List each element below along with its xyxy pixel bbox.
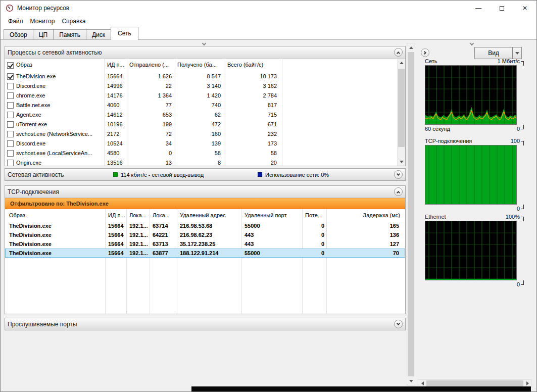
column-header-local-addr[interactable]: Лока... — [129, 209, 149, 222]
scale-bracket — [521, 217, 524, 221]
expand-ports-button[interactable] — [394, 320, 403, 328]
scroll-left-button[interactable] — [418, 380, 426, 387]
tab-overview[interactable]: Обзор — [4, 29, 33, 40]
column-header-sent[interactable]: Отправлено (... — [129, 59, 174, 71]
cell-pid: 15664 — [108, 239, 125, 249]
scroll-thumb[interactable] — [426, 380, 523, 387]
table-row[interactable]: TheDivision.exe156641 6268 54710 173 — [5, 72, 397, 81]
main-vertical-scrollbar[interactable] — [407, 43, 415, 385]
column-header-image[interactable]: Образ — [16, 59, 102, 71]
column-header-received[interactable]: Получено (ба... — [177, 59, 223, 71]
select-all-checkbox[interactable] — [7, 62, 14, 69]
column-header-image[interactable]: Образ — [9, 209, 103, 222]
cell-total: 3 162 — [226, 81, 277, 91]
column-header-total[interactable]: Всего (байт/с) — [227, 59, 281, 71]
expand-activity-button[interactable] — [394, 170, 403, 179]
table-row[interactable]: TheDivision.exe15664192.1...64221216.98.… — [5, 230, 405, 239]
chart-title: Ethernet — [425, 214, 506, 220]
cell-remote_port: 443 — [245, 230, 298, 239]
tabbar: Обзор ЦП Память Диск Сеть — [1, 27, 536, 40]
window-title: Монитор ресурсов — [17, 5, 69, 12]
chart-footer: 60 секунд — [425, 126, 517, 132]
tab-network[interactable]: Сеть — [111, 27, 138, 40]
column-header-pid[interactable]: ИД п... — [108, 209, 125, 222]
scroll-up-button[interactable] — [398, 59, 405, 67]
scroll-thumb[interactable] — [408, 52, 414, 376]
splitter-grip-icon[interactable] — [202, 41, 206, 45]
row-checkbox[interactable] — [7, 83, 14, 89]
table-row[interactable]: Battle.net.exe406077740817 — [5, 101, 397, 110]
row-checkbox[interactable] — [7, 102, 14, 109]
chevron-up-icon — [397, 190, 400, 194]
table-row[interactable]: uTorrent.exe10196199472671 — [5, 120, 397, 129]
table-row[interactable]: chrome.exe141761 3641 4202 784 — [5, 91, 397, 101]
cell-total: 232 — [226, 129, 277, 139]
cell-sent: 22 — [129, 81, 172, 91]
minimize-button[interactable]: — — [467, 1, 490, 16]
cell-sent: 1 364 — [129, 91, 172, 101]
table-row[interactable]: TheDivision.exe15664192.1...63714216.98.… — [5, 221, 405, 230]
scale-bracket — [521, 280, 524, 285]
scroll-down-button[interactable] — [407, 377, 415, 385]
table-row[interactable]: TheDivision.exe15664192.1...63877188.122… — [5, 249, 405, 258]
network-activity-header[interactable]: Сетевая активность 114 кбит/с - сетевой … — [5, 169, 405, 180]
cell-pid: 15664 — [108, 249, 125, 258]
tcp-panel-header[interactable]: TCP-подключения — [5, 186, 405, 198]
tab-cpu[interactable]: ЦП — [33, 29, 54, 40]
column-header-local-port[interactable]: Лока... — [153, 209, 175, 222]
tcp-chart-canvas — [425, 145, 516, 204]
scroll-thumb[interactable] — [398, 69, 405, 147]
table-row[interactable]: Agent.exe1461265362715 — [5, 110, 397, 120]
chart-footer-row: 60 секунд 0 — [425, 125, 524, 133]
charts-sidebar: Вид Сеть 1 Мбит/с 60 секунд 0 TCP-подклю… — [418, 43, 532, 376]
table-row[interactable]: Discord.exe1052434139173 — [5, 139, 397, 149]
processes-scrollbar[interactable] — [397, 59, 405, 166]
scale-bracket — [521, 125, 524, 129]
table-row[interactable]: svchost.exe (LocalServiceAn...458005858 — [5, 149, 397, 158]
scroll-up-button[interactable] — [407, 43, 415, 52]
view-button-label: Вид — [475, 50, 512, 57]
cell-total: 671 — [226, 120, 277, 129]
row-checkbox[interactable] — [7, 140, 14, 147]
ports-panel-header[interactable]: Прослушиваемые порты — [5, 318, 405, 330]
table-row[interactable]: Origin.exe1351613820 — [5, 158, 397, 166]
row-checkbox[interactable] — [7, 160, 14, 166]
close-button[interactable]: ✕ — [513, 1, 536, 16]
column-header-pid[interactable]: ИД п... — [107, 59, 128, 71]
collapse-sidebar-button[interactable] — [421, 48, 429, 57]
cell-local_port: 63877 — [153, 249, 175, 258]
collapse-tcp-button[interactable] — [394, 187, 403, 196]
scroll-down-button[interactable] — [398, 158, 405, 166]
tab-disk[interactable]: Диск — [86, 29, 111, 40]
maximize-button[interactable] — [490, 1, 513, 16]
row-checkbox[interactable] — [7, 73, 14, 80]
menu-help[interactable]: Справка — [58, 18, 89, 25]
menu-file[interactable]: Файл — [5, 18, 27, 25]
column-header-remote-addr[interactable]: Удаленный адрес — [180, 209, 239, 222]
table-row[interactable]: svchost.exe (NetworkService...2172721602… — [5, 129, 397, 139]
column-header-remote-port[interactable]: Удаленный порт — [245, 209, 300, 222]
menu-monitor[interactable]: Монитор — [27, 18, 59, 25]
arrow-right-icon — [526, 381, 529, 385]
resource-monitor-window: Монитор ресурсов — ✕ Файл Монитор Справк… — [0, 0, 537, 392]
chevron-down-icon — [397, 321, 400, 325]
collapse-processes-button[interactable] — [394, 48, 403, 57]
row-checkbox[interactable] — [7, 131, 14, 137]
tab-memory[interactable]: Память — [53, 29, 86, 40]
column-header-latency[interactable]: Задержка (мс) — [329, 209, 400, 222]
chevron-right-icon — [422, 51, 426, 55]
chart-label-row: TCP-подключения 100 — [425, 137, 524, 145]
row-checkbox[interactable] — [7, 112, 14, 118]
cell-latency: 70 — [329, 249, 399, 258]
row-checkbox[interactable] — [7, 150, 14, 157]
row-checkbox[interactable] — [7, 121, 14, 128]
row-checkbox[interactable] — [7, 92, 14, 99]
table-row[interactable]: Discord.exe14996223 1403 162 — [5, 81, 397, 91]
column-header-losses[interactable]: Поте... — [305, 209, 324, 222]
table-row[interactable]: TheDivision.exe15664192.1...6371335.172.… — [5, 239, 405, 249]
minimize-icon: — — [475, 5, 481, 12]
cell-received: 472 — [177, 120, 221, 129]
scroll-right-button[interactable] — [523, 380, 531, 387]
processes-panel-header[interactable]: Процессы с сетевой активностью — [5, 46, 405, 59]
background-window-strip — [191, 386, 531, 392]
